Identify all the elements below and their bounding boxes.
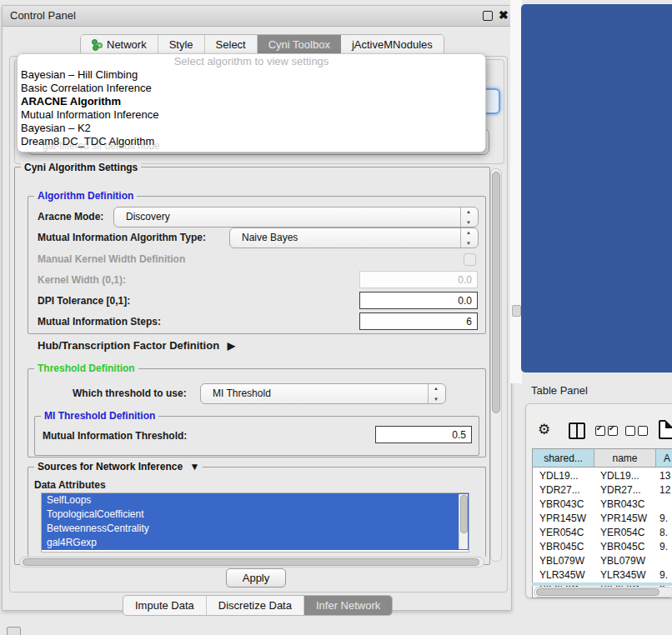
settings-hscrollbar[interactable] xyxy=(19,557,484,568)
tab-network[interactable]: Network xyxy=(81,35,158,54)
list-item[interactable]: SelfLoops xyxy=(42,493,469,508)
table-row[interactable]: YBL079W YBL079W xyxy=(533,554,672,568)
combo-stepper-icon[interactable] xyxy=(460,208,478,227)
dropdown-placeholder: Select algorithm to view settings xyxy=(18,54,485,68)
control-panel-window: Control Panel ✖ Network Style Select Cyn… xyxy=(2,5,512,611)
mi-steps-field[interactable] xyxy=(359,312,478,330)
ghost-network-name: gal-filtered sif default node xyxy=(43,140,160,152)
list-vscrollbar-thumb[interactable] xyxy=(460,495,468,533)
mi-threshold-field[interactable] xyxy=(375,426,472,443)
list-item[interactable]: BetweennessCentrality xyxy=(42,522,469,536)
expand-arrow-icon: ▶ xyxy=(228,340,235,352)
dpi-tolerance-field[interactable] xyxy=(359,292,478,309)
export-table-icon[interactable] xyxy=(659,420,672,439)
table-row[interactable]: YLR345W YLR345W 9. xyxy=(533,568,672,582)
control-panel-titlebar: Control Panel ✖ xyxy=(3,6,511,27)
columns-icon[interactable] xyxy=(569,422,585,439)
tab-infer-network[interactable]: Infer Network xyxy=(304,596,392,615)
dropdown-item[interactable]: Bayesian – Hill Climbing xyxy=(18,68,485,82)
manual-kernel-label: Manual Kernel Width Definition xyxy=(38,253,185,265)
table-row[interactable]: YDL19... YDL19... 13 xyxy=(533,469,672,483)
combo-stepper-icon[interactable] xyxy=(428,384,445,403)
float-icon[interactable] xyxy=(483,11,493,21)
which-threshold-combo[interactable]: MI Threshold xyxy=(200,383,446,404)
top-tabbar: Network Style Select Cyni Toolbox jActiv… xyxy=(80,34,444,55)
gear-icon[interactable]: ⚙ xyxy=(538,421,550,438)
hub-definition-toggle[interactable]: Hub/Transcription Factor Definition ▶ xyxy=(38,339,235,352)
column-header-partial[interactable]: A xyxy=(656,449,672,468)
algorithm-dropdown-popup: Select algorithm to view settings Bayesi… xyxy=(17,53,486,152)
mi-type-combo[interactable]: Naive Bayes xyxy=(229,228,479,248)
tab-select[interactable]: Select xyxy=(205,35,258,54)
panel-splitter[interactable] xyxy=(510,0,522,383)
aracne-mode-label: Aracne Mode: xyxy=(38,211,103,222)
list-item[interactable]: TopologicalCoefficient xyxy=(42,508,469,522)
tab-cyni-toolbox[interactable]: Cyni Toolbox xyxy=(258,35,341,54)
bottom-tabbar: Impute Data Discretize Data Infer Networ… xyxy=(123,595,393,616)
table-hscrollbar[interactable] xyxy=(534,587,672,598)
mi-threshold-label: Mutual Information Threshold: xyxy=(43,430,187,442)
deselect-all-icon[interactable] xyxy=(625,426,648,436)
sources-legend[interactable]: Sources for Network Inference ▼ xyxy=(34,461,203,472)
table-panel-title: Table Panel xyxy=(531,384,588,397)
mi-steps-label: Mutual Information Steps: xyxy=(38,316,161,328)
tab-discretize-data[interactable]: Discretize Data xyxy=(207,596,304,615)
settings-vscrollbar-thumb[interactable] xyxy=(492,172,500,413)
screen: Control Panel ✖ Network Style Select Cyn… xyxy=(0,0,672,635)
dropdown-item[interactable]: Mutual Information Inference xyxy=(18,108,485,122)
tab-impute-data[interactable]: Impute Data xyxy=(123,596,207,615)
table-row[interactable]: YPR145W YPR145W 9. xyxy=(533,512,672,526)
apply-button[interactable]: Apply xyxy=(226,568,286,588)
mi-threshold-legend: MI Threshold Definition xyxy=(41,410,158,422)
window-title: Control Panel xyxy=(10,9,76,22)
settings-vscrollbar[interactable] xyxy=(490,168,502,562)
algorithm-definition-legend: Algorithm Definition xyxy=(34,190,137,202)
network-icon xyxy=(92,39,103,50)
list-item[interactable]: gal4RGexp xyxy=(42,536,469,550)
table-row[interactable]: YBR045C YBR045C 9. xyxy=(533,540,672,554)
mi-type-label: Mutual Information Algorithm Type: xyxy=(38,232,206,243)
table-row[interactable]: YBR043C YBR043C xyxy=(533,498,672,512)
kernel-width-field[interactable] xyxy=(359,271,478,288)
list-vscrollbar[interactable] xyxy=(459,494,468,549)
column-header-name[interactable]: name xyxy=(594,449,656,468)
aracne-mode-combo[interactable]: Discovery xyxy=(113,207,479,228)
data-attributes-list: SelfLoops TopologicalCoefficient Between… xyxy=(41,492,469,552)
settings-hscrollbar-thumb[interactable] xyxy=(23,558,479,566)
dpi-tolerance-label: DPI Tolerance [0,1]: xyxy=(38,295,130,307)
collapse-arrow-icon: ▼ xyxy=(189,461,199,472)
network-window-frame: GAL GAL80 GAL10 GAL1 GAL11 SWI4 GAL4 GCY… xyxy=(521,4,672,372)
combo-stepper-icon[interactable] xyxy=(460,228,478,248)
table-row[interactable]: YDR27... YDR27... 12 xyxy=(533,483,672,498)
node-table: shared... name A YDL19... YDL19... 13 YD… xyxy=(532,448,672,598)
dock-restore-icon[interactable] xyxy=(7,627,21,635)
manual-kernel-checkbox[interactable] xyxy=(464,253,476,266)
dropdown-item[interactable]: Bayesian – K2 xyxy=(18,122,485,135)
data-attributes-label: Data Attributes xyxy=(34,479,106,491)
dropdown-item[interactable]: Basic Correlation Inference xyxy=(18,82,485,95)
table-hscrollbar-thumb[interactable] xyxy=(536,588,659,596)
dropdown-item-selected[interactable]: ARACNE Algorithm xyxy=(18,95,485,108)
which-threshold-label: Which threshold to use: xyxy=(73,388,187,399)
column-header-shared-name[interactable]: shared... xyxy=(533,449,594,468)
cyni-settings-legend: Cyni Algorithm Settings xyxy=(21,162,141,173)
splitter-handle-icon[interactable] xyxy=(512,305,521,317)
tab-jactivemnodules[interactable]: jActiveMNodules xyxy=(341,35,444,54)
close-icon[interactable]: ✖ xyxy=(499,8,509,22)
select-all-icon[interactable] xyxy=(595,426,618,436)
table-row[interactable]: YER054C YER054C 8. xyxy=(533,526,672,540)
tab-style[interactable]: Style xyxy=(158,35,205,54)
kernel-width-label: Kernel Width (0,1): xyxy=(38,274,126,286)
threshold-definition-legend: Threshold Definition xyxy=(34,362,138,374)
table-scroll-edge xyxy=(532,582,672,586)
